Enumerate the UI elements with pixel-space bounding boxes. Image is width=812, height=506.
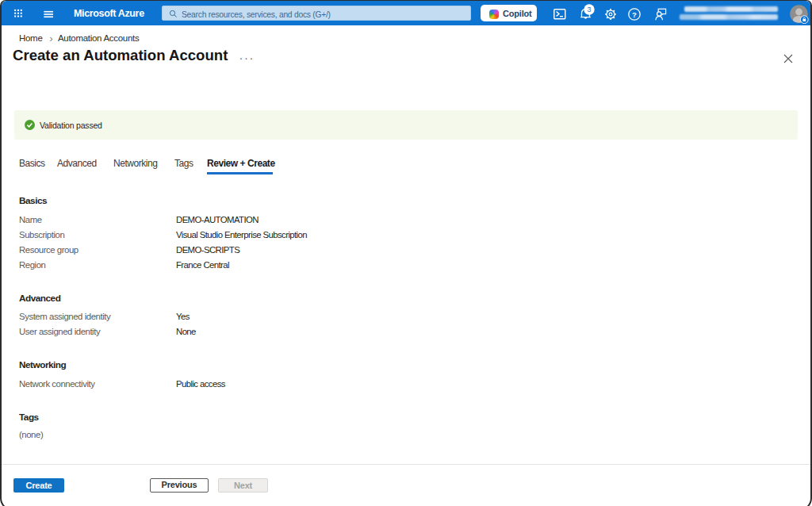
svg-text:3: 3: [587, 6, 591, 13]
svg-text:?: ?: [632, 10, 637, 18]
